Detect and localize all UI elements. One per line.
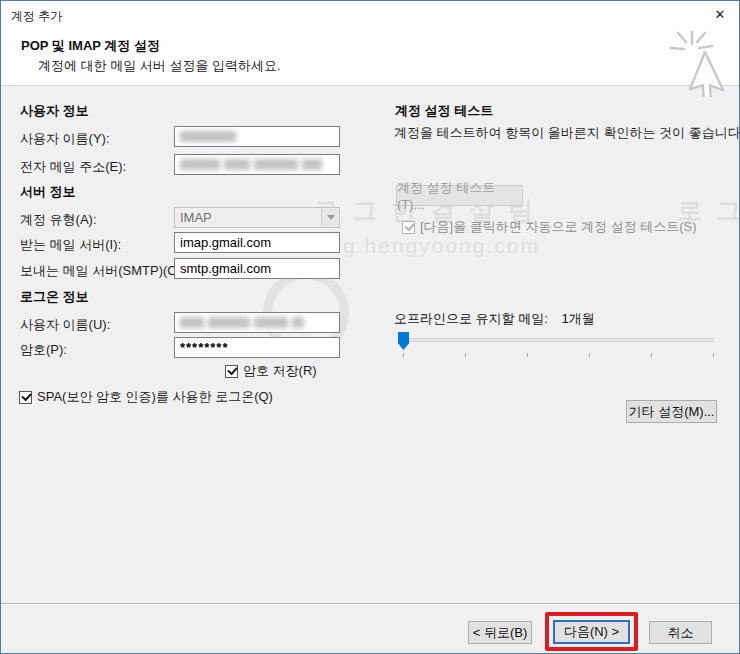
offline-mail-label-text: 오프라인으로 유지할 메일:: [394, 311, 548, 326]
section-logon-info: 로그온 정보: [20, 288, 89, 306]
cursor-click-icon: [667, 29, 737, 97]
logon-name-input[interactable]: [174, 312, 340, 333]
account-type-label: 계정 유형(A):: [20, 211, 97, 229]
slider-tick: [651, 353, 652, 357]
window-title: 계정 추가: [11, 8, 62, 25]
spa-label: SPA(보안 암호 인증)를 사용한 로그온(Q): [37, 388, 273, 406]
cancel-button[interactable]: 취소: [649, 621, 712, 644]
user-name-label: 사용자 이름(Y):: [20, 130, 110, 148]
password-value: ********: [180, 340, 228, 355]
outgoing-server-value: smtp.gmail.com: [180, 261, 271, 276]
spa-checkbox[interactable]: SPA(보안 암호 인증)를 사용한 로그온(Q): [19, 388, 273, 406]
dialog-body: 로그한걸살림 blog.hengyoong.com 로그한걸살림 사용자 정보 …: [1, 86, 739, 603]
page-subtitle: 계정에 대한 메일 서버 설정을 입력하세요.: [38, 57, 281, 75]
back-button[interactable]: < 뒤로(B): [468, 621, 532, 644]
slider-tick: [403, 353, 404, 357]
offline-mail-slider-thumb[interactable]: [398, 332, 409, 350]
password-label: 암호(P):: [20, 341, 67, 359]
auto-test-checkbox: [다음]을 클릭하면 자동으로 계정 설정 테스트(S): [402, 218, 697, 236]
watermark-url: blog.hengyoong.com: [309, 234, 540, 258]
slider-tick: [589, 353, 590, 357]
page-title: POP 및 IMAP 계정 설정: [21, 37, 160, 55]
offline-mail-value: 1개월: [561, 311, 594, 326]
password-input[interactable]: ********: [174, 337, 340, 358]
offline-mail-slider-track[interactable]: [400, 338, 714, 342]
outgoing-server-label: 보내는 메일 서버(SMTP)(O):: [20, 262, 185, 280]
outgoing-server-input[interactable]: smtp.gmail.com: [174, 258, 340, 279]
close-icon[interactable]: ✕: [707, 4, 733, 26]
checkbox-checked-icon: [19, 391, 32, 404]
next-button[interactable]: 다음(N) >: [553, 620, 630, 644]
test-description: 계정을 테스트하여 항목이 올바른지 확인하는 것이 좋습니다.: [394, 124, 740, 142]
section-server-info: 서버 정보: [20, 183, 76, 201]
offline-mail-label: 오프라인으로 유지할 메일: 1개월: [394, 310, 595, 328]
test-account-button: 계정 설정 테스트(T)...: [396, 185, 523, 206]
chevron-down-icon: [321, 209, 338, 226]
more-settings-button[interactable]: 기타 설정(M)...: [626, 400, 717, 423]
account-type-value: IMAP: [180, 210, 212, 225]
incoming-server-input[interactable]: imap.gmail.com: [174, 232, 340, 253]
account-type-select: IMAP: [174, 207, 340, 228]
redacted-text: [180, 317, 304, 328]
remember-password-checkbox[interactable]: 암호 저장(R): [225, 362, 317, 380]
slider-tick: [465, 353, 466, 357]
section-test: 계정 설정 테스트: [395, 102, 493, 120]
add-account-dialog: 계정 추가 ✕ POP 및 IMAP 계정 설정 계정에 대한 메일 서버 설정…: [0, 0, 740, 654]
section-user-info: 사용자 정보: [20, 102, 89, 120]
email-label: 전자 메일 주소(E):: [20, 158, 126, 176]
remember-password-label: 암호 저장(R): [243, 362, 317, 380]
wizard-header: POP 및 IMAP 계정 설정 계정에 대한 메일 서버 설정을 입력하세요.: [1, 29, 739, 86]
auto-test-label: [다음]을 클릭하면 자동으로 계정 설정 테스트(S): [420, 218, 697, 236]
slider-tick: [527, 353, 528, 357]
user-name-input[interactable]: [174, 126, 340, 147]
redacted-text: [180, 131, 236, 142]
checkbox-checked-icon: [402, 221, 415, 234]
incoming-server-label: 받는 메일 서버(I):: [20, 236, 121, 254]
incoming-server-value: imap.gmail.com: [180, 235, 271, 250]
slider-tick: [713, 353, 714, 357]
checkbox-checked-icon: [225, 365, 238, 378]
redacted-text: [180, 159, 322, 170]
email-input[interactable]: [174, 154, 340, 175]
logon-name-label: 사용자 이름(U):: [20, 316, 110, 334]
title-bar: 계정 추가 ✕: [1, 1, 739, 29]
